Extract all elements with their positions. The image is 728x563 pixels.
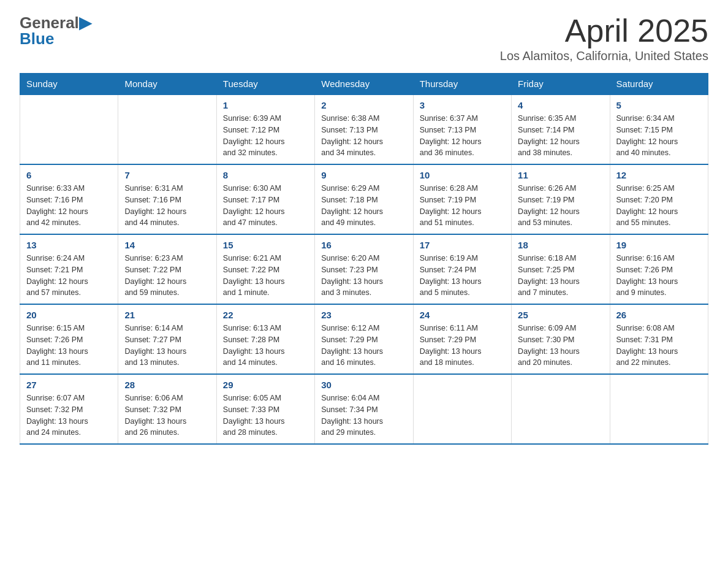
table-row: 25Sunrise: 6:09 AM Sunset: 7:30 PM Dayli…: [512, 304, 610, 374]
day-info: Sunrise: 6:31 AM Sunset: 7:16 PM Dayligh…: [124, 183, 210, 229]
table-row: 28Sunrise: 6:06 AM Sunset: 7:32 PM Dayli…: [118, 374, 216, 444]
day-info: Sunrise: 6:12 AM Sunset: 7:29 PM Dayligh…: [321, 323, 406, 369]
table-row: 8Sunrise: 6:30 AM Sunset: 7:17 PM Daylig…: [216, 164, 314, 234]
day-info: Sunrise: 6:39 AM Sunset: 7:12 PM Dayligh…: [223, 113, 308, 159]
day-number: 3: [420, 100, 505, 110]
table-row: [610, 374, 708, 444]
day-info: Sunrise: 6:09 AM Sunset: 7:30 PM Dayligh…: [518, 323, 603, 369]
day-info: Sunrise: 6:23 AM Sunset: 7:22 PM Dayligh…: [124, 253, 210, 299]
day-number: 15: [223, 240, 308, 250]
calendar-week-row: 27Sunrise: 6:07 AM Sunset: 7:32 PM Dayli…: [20, 374, 708, 444]
table-row: 3Sunrise: 6:37 AM Sunset: 7:13 PM Daylig…: [413, 94, 511, 164]
col-thursday: Thursday: [413, 74, 511, 95]
day-info: Sunrise: 6:15 AM Sunset: 7:26 PM Dayligh…: [26, 323, 112, 369]
day-number: 20: [26, 310, 112, 320]
day-info: Sunrise: 6:26 AM Sunset: 7:19 PM Dayligh…: [518, 183, 603, 229]
table-row: 9Sunrise: 6:29 AM Sunset: 7:18 PM Daylig…: [315, 164, 413, 234]
day-number: 10: [420, 170, 505, 180]
table-row: 27Sunrise: 6:07 AM Sunset: 7:32 PM Dayli…: [20, 374, 118, 444]
col-tuesday: Tuesday: [216, 74, 314, 95]
day-number: 12: [616, 170, 702, 180]
day-number: 19: [616, 240, 702, 250]
table-row: 18Sunrise: 6:18 AM Sunset: 7:25 PM Dayli…: [512, 234, 610, 304]
day-number: 18: [518, 240, 603, 250]
table-row: 13Sunrise: 6:24 AM Sunset: 7:21 PM Dayli…: [20, 234, 118, 304]
table-row: [413, 374, 511, 444]
title-block: April 2025 Los Alamitos, California, Uni…: [500, 15, 708, 63]
location-title: Los Alamitos, California, United States: [500, 49, 708, 63]
day-number: 8: [223, 170, 308, 180]
table-row: 17Sunrise: 6:19 AM Sunset: 7:24 PM Dayli…: [413, 234, 511, 304]
day-number: 7: [124, 170, 210, 180]
day-number: 21: [124, 310, 210, 320]
day-number: 6: [26, 170, 112, 180]
col-monday: Monday: [118, 74, 216, 95]
table-row: 11Sunrise: 6:26 AM Sunset: 7:19 PM Dayli…: [512, 164, 610, 234]
day-number: 26: [616, 310, 702, 320]
day-info: Sunrise: 6:34 AM Sunset: 7:15 PM Dayligh…: [616, 113, 702, 159]
table-row: 14Sunrise: 6:23 AM Sunset: 7:22 PM Dayli…: [118, 234, 216, 304]
day-info: Sunrise: 6:13 AM Sunset: 7:28 PM Dayligh…: [223, 323, 308, 369]
table-row: [512, 374, 610, 444]
calendar-week-row: 13Sunrise: 6:24 AM Sunset: 7:21 PM Dayli…: [20, 234, 708, 304]
day-info: Sunrise: 6:20 AM Sunset: 7:23 PM Dayligh…: [321, 253, 406, 299]
table-row: 10Sunrise: 6:28 AM Sunset: 7:19 PM Dayli…: [413, 164, 511, 234]
table-row: 24Sunrise: 6:11 AM Sunset: 7:29 PM Dayli…: [413, 304, 511, 374]
day-number: 23: [321, 310, 406, 320]
day-info: Sunrise: 6:21 AM Sunset: 7:22 PM Dayligh…: [223, 253, 308, 299]
table-row: 6Sunrise: 6:33 AM Sunset: 7:16 PM Daylig…: [20, 164, 118, 234]
col-saturday: Saturday: [610, 74, 708, 95]
table-row: [118, 94, 216, 164]
day-number: 5: [616, 100, 702, 110]
table-row: 19Sunrise: 6:16 AM Sunset: 7:26 PM Dayli…: [610, 234, 708, 304]
table-row: 26Sunrise: 6:08 AM Sunset: 7:31 PM Dayli…: [610, 304, 708, 374]
day-info: Sunrise: 6:06 AM Sunset: 7:32 PM Dayligh…: [124, 393, 210, 439]
table-row: 2Sunrise: 6:38 AM Sunset: 7:13 PM Daylig…: [315, 94, 413, 164]
day-info: Sunrise: 6:35 AM Sunset: 7:14 PM Dayligh…: [518, 113, 603, 159]
col-friday: Friday: [512, 74, 610, 95]
day-number: 13: [26, 240, 112, 250]
day-number: 17: [420, 240, 505, 250]
day-number: 16: [321, 240, 406, 250]
logo: General▶ Blue: [20, 15, 91, 47]
month-title: April 2025: [500, 15, 708, 47]
day-info: Sunrise: 6:18 AM Sunset: 7:25 PM Dayligh…: [518, 253, 603, 299]
day-info: Sunrise: 6:14 AM Sunset: 7:27 PM Dayligh…: [124, 323, 210, 369]
day-number: 11: [518, 170, 603, 180]
day-info: Sunrise: 6:08 AM Sunset: 7:31 PM Dayligh…: [616, 323, 702, 369]
day-info: Sunrise: 6:33 AM Sunset: 7:16 PM Dayligh…: [26, 183, 112, 229]
table-row: [20, 94, 118, 164]
table-row: 22Sunrise: 6:13 AM Sunset: 7:28 PM Dayli…: [216, 304, 314, 374]
day-number: 24: [420, 310, 505, 320]
table-row: 20Sunrise: 6:15 AM Sunset: 7:26 PM Dayli…: [20, 304, 118, 374]
day-number: 14: [124, 240, 210, 250]
calendar-week-row: 6Sunrise: 6:33 AM Sunset: 7:16 PM Daylig…: [20, 164, 708, 234]
day-number: 27: [26, 380, 112, 390]
table-row: 21Sunrise: 6:14 AM Sunset: 7:27 PM Dayli…: [118, 304, 216, 374]
table-row: 12Sunrise: 6:25 AM Sunset: 7:20 PM Dayli…: [610, 164, 708, 234]
day-number: 28: [124, 380, 210, 390]
day-info: Sunrise: 6:25 AM Sunset: 7:20 PM Dayligh…: [616, 183, 702, 229]
day-info: Sunrise: 6:24 AM Sunset: 7:21 PM Dayligh…: [26, 253, 112, 299]
day-info: Sunrise: 6:30 AM Sunset: 7:17 PM Dayligh…: [223, 183, 308, 229]
day-number: 2: [321, 100, 406, 110]
day-info: Sunrise: 6:37 AM Sunset: 7:13 PM Dayligh…: [420, 113, 505, 159]
calendar-week-row: 1Sunrise: 6:39 AM Sunset: 7:12 PM Daylig…: [20, 94, 708, 164]
page-header: General▶ Blue April 2025 Los Alamitos, C…: [20, 15, 708, 63]
day-info: Sunrise: 6:19 AM Sunset: 7:24 PM Dayligh…: [420, 253, 505, 299]
table-row: 15Sunrise: 6:21 AM Sunset: 7:22 PM Dayli…: [216, 234, 314, 304]
table-row: 16Sunrise: 6:20 AM Sunset: 7:23 PM Dayli…: [315, 234, 413, 304]
day-info: Sunrise: 6:38 AM Sunset: 7:13 PM Dayligh…: [321, 113, 406, 159]
table-row: 5Sunrise: 6:34 AM Sunset: 7:15 PM Daylig…: [610, 94, 708, 164]
calendar-week-row: 20Sunrise: 6:15 AM Sunset: 7:26 PM Dayli…: [20, 304, 708, 374]
day-number: 29: [223, 380, 308, 390]
day-number: 30: [321, 380, 406, 390]
table-row: 1Sunrise: 6:39 AM Sunset: 7:12 PM Daylig…: [216, 94, 314, 164]
day-number: 4: [518, 100, 603, 110]
day-info: Sunrise: 6:11 AM Sunset: 7:29 PM Dayligh…: [420, 323, 505, 369]
day-info: Sunrise: 6:07 AM Sunset: 7:32 PM Dayligh…: [26, 393, 112, 439]
logo-general: General▶: [20, 15, 91, 31]
day-info: Sunrise: 6:04 AM Sunset: 7:34 PM Dayligh…: [321, 393, 406, 439]
day-number: 22: [223, 310, 308, 320]
table-row: 4Sunrise: 6:35 AM Sunset: 7:14 PM Daylig…: [512, 94, 610, 164]
